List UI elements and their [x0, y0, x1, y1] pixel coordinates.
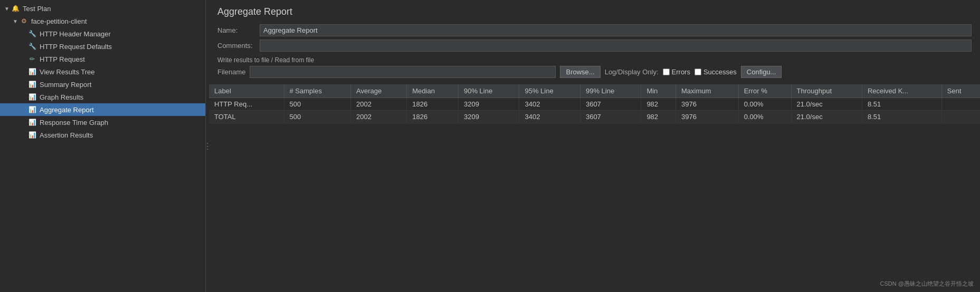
- sidebar-label-http-defaults: HTTP Request Defaults: [40, 43, 112, 51]
- table-cell: HTTP Req...: [209, 98, 284, 111]
- aggregate-report-icon: 📊: [27, 105, 37, 114]
- table-cell: 0.00%: [738, 111, 791, 123]
- sidebar-item-test-plan[interactable]: ▼ 🔔 Test Plan: [0, 2, 205, 15]
- sidebar-item-http-header-manager[interactable]: ▶ 🔧 HTTP Header Manager: [0, 27, 205, 40]
- table-cell: 500: [284, 98, 351, 111]
- col-error-pct: Error %: [738, 84, 791, 98]
- file-and-log-row: Filename Browse... Log/Display Only: Err…: [217, 66, 972, 78]
- sidebar-label-face-petition: face-petition-client: [31, 17, 87, 25]
- file-section: Write results to file / Read from file F…: [209, 53, 980, 80]
- assertion-results-icon: 📊: [27, 130, 37, 140]
- sidebar-item-response-time-graph[interactable]: ▶ 📊 Response Time Graph: [0, 116, 205, 129]
- sidebar-label-response-time: Response Time Graph: [40, 119, 108, 126]
- table-cell: 3976: [675, 111, 738, 123]
- table-cell: [941, 98, 980, 111]
- table-row: HTTP Req...50020021826320934023607982397…: [209, 98, 980, 111]
- sidebar-item-graph-results[interactable]: ▶ 📊 Graph Results: [0, 91, 205, 103]
- table-cell: 0.00%: [738, 98, 791, 111]
- col-median: Median: [407, 84, 459, 98]
- name-input[interactable]: [260, 24, 972, 36]
- col-maximum: Maximum: [675, 84, 738, 98]
- header-manager-icon: 🔧: [27, 29, 37, 38]
- comments-label: Comments:: [217, 42, 260, 50]
- request-defaults-icon: 🔧: [27, 42, 37, 51]
- filename-label: Filename: [217, 68, 245, 76]
- sidebar-label-http-header: HTTP Header Manager: [40, 30, 111, 38]
- aggregate-table: Label # Samples Average Median 90% Line …: [209, 84, 980, 123]
- successes-checkbox[interactable]: [694, 69, 701, 75]
- log-display-label: Log/Display Only:: [605, 68, 659, 76]
- comments-row: Comments:: [209, 38, 980, 53]
- table-cell: 8.51: [862, 111, 941, 123]
- sidebar-item-view-results-tree[interactable]: ▶ 📊 View Results Tree: [0, 65, 205, 78]
- table-cell: 3976: [675, 98, 738, 111]
- table-cell: 1826: [407, 98, 459, 111]
- table-cell: 2002: [351, 111, 407, 123]
- table-cell: 21.0/sec: [791, 98, 862, 111]
- table-cell: 1826: [407, 111, 459, 123]
- col-99line: 99% Line: [580, 84, 641, 98]
- errors-label: Errors: [672, 68, 690, 76]
- errors-checkbox-label[interactable]: Errors: [663, 68, 690, 76]
- toggle-arrow-face[interactable]: ▼: [12, 18, 19, 24]
- sidebar-item-face-petition-client[interactable]: ▼ ⚙ face-petition-client: [0, 15, 205, 27]
- table-row: TOTAL5002002182632093402360798239760.00%…: [209, 111, 980, 123]
- sidebar-item-http-request-defaults[interactable]: ▶ 🔧 HTTP Request Defaults: [0, 40, 205, 53]
- col-throughput: Throughput: [791, 84, 862, 98]
- sidebar-label-aggregate-report: Aggregate Report: [40, 106, 94, 114]
- table-cell: 982: [641, 98, 676, 111]
- sidebar-item-summary-report[interactable]: ▶ 📊 Summary Report: [0, 78, 205, 91]
- results-table: Label # Samples Average Median 90% Line …: [209, 84, 980, 292]
- col-sent: Sent: [941, 84, 980, 98]
- response-time-icon: 📊: [27, 118, 37, 127]
- table-cell: 500: [284, 111, 351, 123]
- name-row: Name:: [209, 23, 980, 38]
- sidebar-item-assertion-results[interactable]: ▶ 📊 Assertion Results: [0, 129, 205, 141]
- table-cell: 3402: [519, 98, 580, 111]
- successes-label: Successes: [703, 68, 737, 76]
- table-cell: 3209: [458, 111, 519, 123]
- table-header-row: Label # Samples Average Median 90% Line …: [209, 84, 980, 98]
- table-body: HTTP Req...50020021826320934023607982397…: [209, 98, 980, 123]
- test-plan-icon: 🔔: [11, 4, 20, 13]
- main-panel: Aggregate Report Name: Comments: Write r…: [209, 0, 980, 292]
- name-label: Name:: [217, 26, 260, 34]
- col-average: Average: [351, 84, 407, 98]
- col-samples: # Samples: [284, 84, 351, 98]
- col-90line: 90% Line: [458, 84, 519, 98]
- sidebar: ▼ 🔔 Test Plan ▼ ⚙ face-petition-client ▶…: [0, 0, 206, 292]
- sidebar-label-assertion-results: Assertion Results: [40, 131, 93, 139]
- table-cell: TOTAL: [209, 111, 284, 123]
- graph-results-icon: 📊: [27, 92, 37, 102]
- table-cell: 3402: [519, 111, 580, 123]
- col-95line: 95% Line: [519, 84, 580, 98]
- table-cell: 3209: [458, 98, 519, 111]
- col-label: Label: [209, 84, 284, 98]
- panel-title: Aggregate Report: [209, 0, 980, 23]
- col-received: Received K...: [862, 84, 941, 98]
- sidebar-item-http-request[interactable]: ▶ ✏ HTTP Request: [0, 53, 205, 65]
- watermark: CSDN @愚昧之山绝望之谷开悟之坡: [880, 280, 974, 288]
- table-cell: [941, 111, 980, 123]
- browse-button[interactable]: Browse...: [560, 66, 600, 78]
- errors-checkbox[interactable]: [663, 69, 670, 75]
- successes-checkbox-label[interactable]: Successes: [694, 68, 737, 76]
- sidebar-label-summary-report: Summary Report: [40, 81, 91, 89]
- comments-input[interactable]: [260, 40, 972, 52]
- table-cell: 8.51: [862, 98, 941, 111]
- view-results-icon: 📊: [27, 67, 37, 76]
- table-cell: 2002: [351, 98, 407, 111]
- sidebar-label-view-results: View Results Tree: [40, 68, 95, 76]
- col-min: Min: [641, 84, 676, 98]
- table-cell: 3607: [580, 111, 641, 123]
- sidebar-label-graph-results: Graph Results: [40, 93, 83, 101]
- table-cell: 3607: [580, 98, 641, 111]
- sidebar-label-test-plan: Test Plan: [23, 5, 51, 13]
- filename-input[interactable]: [250, 66, 556, 78]
- toggle-arrow-test-plan[interactable]: ▼: [3, 6, 11, 12]
- http-request-icon: ✏: [27, 54, 37, 64]
- table-cell: 21.0/sec: [791, 111, 862, 123]
- thread-group-icon: ⚙: [19, 16, 28, 26]
- sidebar-item-aggregate-report[interactable]: ▶ 📊 Aggregate Report: [0, 103, 205, 116]
- configure-button[interactable]: Configu...: [741, 66, 782, 78]
